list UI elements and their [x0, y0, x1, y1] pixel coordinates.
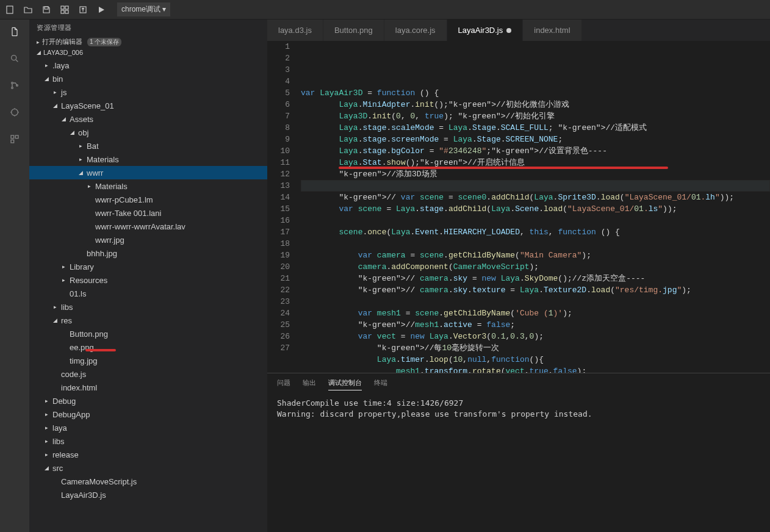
tree-item[interactable]: wwrr-pCube1.lm: [29, 193, 267, 206]
project-header[interactable]: ◢ LAYA3D_006: [29, 48, 267, 57]
open-folder-icon[interactable]: [23, 5, 33, 15]
tree-item[interactable]: 01.ls: [29, 287, 267, 300]
tree-item[interactable]: ▸DebugApp: [29, 408, 267, 421]
tree-item[interactable]: wwrr-Take 001.lani: [29, 206, 267, 220]
debug-dropdown[interactable]: chrome调试 ▾: [117, 2, 170, 16]
layout-icon[interactable]: [60, 5, 70, 15]
bottom-panel: 问题 输出 调试控制台 终端 ShaderCompile use time:4 …: [267, 373, 770, 532]
tree-item[interactable]: wwrr-wwrr-wwrrAvatar.lav: [29, 220, 267, 233]
panel-body: ShaderCompile use time:4 size:1426/6927 …: [267, 395, 770, 422]
tree-item[interactable]: ◢obj: [29, 126, 267, 139]
tree-item[interactable]: index.html: [29, 381, 267, 394]
red-annotation-2: [85, 349, 116, 351]
tree-item[interactable]: ▸release: [29, 448, 267, 461]
svg-point-9: [12, 87, 13, 89]
tree-item[interactable]: CameraMoveScript.js: [29, 475, 267, 488]
editor-tab[interactable]: index.html: [523, 20, 581, 41]
red-annotation-1: [339, 167, 668, 169]
editor-tab[interactable]: Button.png: [323, 20, 384, 41]
save-icon[interactable]: [41, 5, 51, 15]
tree-item[interactable]: ▸libs: [29, 434, 267, 448]
svg-point-8: [12, 82, 13, 84]
tree-item[interactable]: ▸Library: [29, 260, 267, 273]
svg-point-7: [12, 56, 16, 60]
tree-item[interactable]: ▸Resources: [29, 273, 267, 287]
top-toolbar: chrome调试 ▾: [0, 0, 770, 20]
activity-bar: [0, 20, 29, 532]
tree-item[interactable]: ◢res: [29, 314, 267, 327]
svg-rect-5: [65, 10, 68, 13]
tree-item[interactable]: ▸js: [29, 85, 267, 99]
panel-tab-problems[interactable]: 问题: [277, 378, 290, 390]
svg-rect-13: [15, 135, 18, 138]
tree-item[interactable]: ▸Bat: [29, 139, 267, 153]
panel-tabs: 问题 输出 调试控制台 终端: [267, 373, 770, 395]
sidebar-title: 资源管理器: [29, 20, 267, 36]
editor-tab[interactable]: laya.core.js: [384, 20, 447, 41]
play-icon[interactable]: [96, 5, 106, 15]
tree-item[interactable]: ▸laya: [29, 421, 267, 434]
tree-item[interactable]: bhhh.jpg: [29, 246, 267, 260]
tree-item[interactable]: ◢src: [29, 461, 267, 475]
new-file-icon[interactable]: [5, 5, 15, 15]
panel-tab-debug-console[interactable]: 调试控制台: [328, 378, 362, 390]
tree-item[interactable]: ▸libs: [29, 300, 267, 314]
tree-item[interactable]: ee.png: [29, 340, 267, 354]
line-gutter: 1234567891011121314151617181920212223242…: [267, 41, 301, 373]
panel-tab-terminal[interactable]: 终端: [374, 378, 387, 390]
scm-icon[interactable]: [7, 78, 22, 93]
modified-dot-icon: [506, 28, 511, 33]
svg-rect-2: [61, 6, 64, 9]
tree-item[interactable]: LayaAir3D.js: [29, 488, 267, 501]
tree-item[interactable]: ▸Debug: [29, 394, 267, 408]
extensions-icon[interactable]: [7, 132, 22, 146]
tree-item[interactable]: ▸Materials: [29, 153, 267, 166]
tree-item[interactable]: ◢LayaScene_01: [29, 99, 267, 112]
file-tree: ▸.laya◢bin▸js◢LayaScene_01◢Assets◢obj▸Ba…: [29, 57, 267, 532]
search-icon[interactable]: [7, 51, 22, 66]
editor-area: laya.d3.jsButton.pnglaya.core.jsLayaAir3…: [267, 20, 770, 532]
export-icon[interactable]: [78, 5, 88, 15]
code-content[interactable]: var LayaAir3D = function () { Laya.MiniA…: [301, 41, 770, 373]
svg-rect-0: [7, 6, 13, 13]
tree-item[interactable]: wwrr.jpg: [29, 233, 267, 246]
editor-tab[interactable]: LayaAir3D.js: [447, 20, 524, 41]
svg-rect-12: [11, 135, 14, 138]
tree-item[interactable]: ▸Materials: [29, 179, 267, 193]
console-line: Warning: discard property,please use tra…: [277, 409, 760, 420]
panel-tab-output[interactable]: 输出: [303, 378, 316, 390]
svg-rect-4: [61, 10, 64, 13]
svg-point-11: [12, 109, 18, 116]
open-editors-label: 打开的编辑器: [42, 37, 82, 46]
tree-item[interactable]: ◢Assets: [29, 112, 267, 126]
editor-tab[interactable]: laya.d3.js: [267, 20, 323, 41]
unsaved-badge: 1 个未保存: [87, 38, 121, 46]
open-editors-header[interactable]: ▸ 打开的编辑器 1 个未保存: [29, 36, 267, 48]
editor-tabs: laya.d3.jsButton.pnglaya.core.jsLayaAir3…: [267, 20, 770, 41]
tree-item[interactable]: code.js: [29, 367, 267, 381]
explorer-icon[interactable]: [7, 24, 22, 39]
svg-rect-14: [11, 140, 14, 143]
tree-item[interactable]: timg.jpg: [29, 354, 267, 367]
tree-item[interactable]: ▸.laya: [29, 59, 267, 72]
svg-rect-1: [45, 7, 48, 9]
debug-icon[interactable]: [7, 105, 22, 120]
tree-item[interactable]: ◢bin: [29, 72, 267, 85]
tree-item[interactable]: ◢wwrr: [29, 166, 267, 179]
sidebar: 资源管理器 ▸ 打开的编辑器 1 个未保存 ◢ LAYA3D_006 ▸.lay…: [29, 20, 267, 532]
code-editor[interactable]: 1234567891011121314151617181920212223242…: [267, 41, 770, 373]
project-name: LAYA3D_006: [43, 49, 83, 56]
svg-rect-3: [65, 6, 68, 9]
tree-item[interactable]: Button.png: [29, 327, 267, 340]
console-line: ShaderCompile use time:4 size:1426/6927: [277, 398, 760, 409]
current-line-highlight: [301, 180, 770, 192]
